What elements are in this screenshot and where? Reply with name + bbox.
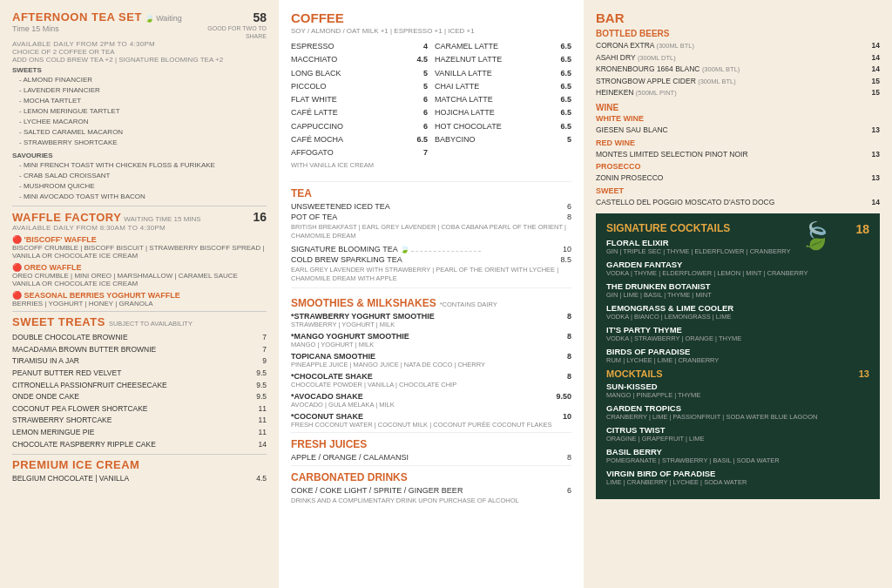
list-item: Zonin Prosecco13 xyxy=(596,172,880,185)
coffee-right-col: Caramel Latte6.5 Hazelnut Latte6.5 Vanil… xyxy=(435,40,571,174)
coffee-title: Coffee xyxy=(291,10,571,25)
list-item: Piccolo5 xyxy=(291,80,428,93)
garden-tropics: Garden Tropics Cranberry | Lime | Passio… xyxy=(606,403,869,421)
waffle-price: 16 xyxy=(253,210,267,224)
leaf-icon: 🍃 xyxy=(800,220,832,251)
list-item: Hojicha Latte6.5 xyxy=(435,106,571,119)
smoothies-section: Smoothies & Milkshakes *Contains Dairy *… xyxy=(291,292,571,429)
list-item: Lemon Meringue Tartlet xyxy=(19,106,267,117)
list-item: *Coconut Shake10 Fresh Coconut Water | C… xyxy=(291,412,571,429)
smoothies-subtitle: *Contains Dairy xyxy=(440,301,497,308)
coffee-subtitle: Soy / Almond / Oat Milk +1 | Espresso +1… xyxy=(291,27,571,35)
list-item: Chai Latte6.5 xyxy=(435,80,571,93)
cocktail-title: Signature Cocktails xyxy=(606,222,730,234)
left-panel: Afternoon Tea Set 🍃 Waiting Time 15 Mins… xyxy=(0,0,279,588)
sun-kissed: Sun-Kissed Mango | Pineapple | Thyme xyxy=(606,382,869,399)
savouries-list: Mini French Toast with Chicken Floss & F… xyxy=(12,160,267,202)
juices-title: Fresh Juices xyxy=(291,438,571,450)
wine-label: Wine xyxy=(596,103,880,112)
list-item: Macchiato4.5 xyxy=(291,53,428,66)
waffle-available: Available Daily From 8:30AM to 4:30PM xyxy=(12,224,267,232)
list-item: Babycino5 xyxy=(435,133,571,146)
list-item: Vanilla Latte6.5 xyxy=(435,67,571,80)
list-item: Crab Salad Croissant xyxy=(19,171,267,181)
list-item: Coconut Pea Flower Shortcake11 xyxy=(12,403,267,416)
list-item: Chocolate Raspberry Ripple Cake14 xyxy=(12,439,267,451)
list-item: Mocha Tartlet xyxy=(19,96,267,106)
list-item: *Avocado Shake9.50 Avocado | Gula Melaka… xyxy=(291,392,571,409)
list-item: Castello Del Poggio Moscato D'Asto DOCG1… xyxy=(596,197,880,209)
list-item: Citronella Passionfruit Cheesecake9.5 xyxy=(12,380,267,392)
sweets-label: Sweets xyxy=(12,66,267,74)
coffee-grid: Espresso4 Macchiato4.5 Long Black5 Picco… xyxy=(291,40,571,174)
drunken-botanist: The Drunken Botanist Gin | Lime | Basil … xyxy=(606,281,869,299)
berries-waffle: 🔴 Seasonal Berries Yoghurt Waffle Berrie… xyxy=(12,291,267,308)
prosecco-title: Prosecco xyxy=(596,162,880,171)
list-item: Tiramisu in a Jar9 xyxy=(12,355,267,368)
cocktail-price: 18 xyxy=(855,222,869,236)
list-item: Caramel Latte6.5 xyxy=(435,40,571,53)
list-item: Flat White6 xyxy=(291,93,428,106)
sweets-list: Almond Financier Lavender Financier Moch… xyxy=(12,75,267,148)
afternoon-tea-price: 58 xyxy=(253,10,267,24)
party-thyme: It's Party Thyme Vodka | Strawberry | Or… xyxy=(606,325,869,342)
list-item: Double Chocolate Brownie7 xyxy=(12,332,267,344)
list-item: *Mango Yoghurt Smoothie8 Mango | Yoghurt… xyxy=(291,332,571,348)
bar-title: Bar xyxy=(596,10,880,25)
premium-ice-section: Premium Ice Cream Belgium Chocolate | Va… xyxy=(12,458,267,485)
carbonated-section: Carbonated Drinks Coke / Coke Light / Sp… xyxy=(291,471,571,504)
cold-brew-desc: Earl Grey Lavender with Strawberry | Pea… xyxy=(291,266,571,284)
citrus-twist: Citrus Twist Oragine | Grapefruit | Lime xyxy=(606,425,869,443)
list-item: Long Black5 xyxy=(291,67,428,80)
list-item: Espresso4 xyxy=(291,40,428,53)
sig-blooming: Signature Blooming Tea 🍃 10 xyxy=(291,245,571,253)
list-item: Unsweetened Iced Tea6 xyxy=(291,202,571,211)
sweet-treats-title: Sweet Treats xyxy=(12,315,105,328)
sweet-wine-title: Sweet xyxy=(596,186,880,195)
list-item: Strawberry Shortcake xyxy=(19,138,267,148)
afternoon-tea-goodfor: Good For Two To Share xyxy=(198,24,267,40)
oreo-waffle: 🔴 Oreo Waffle Oreo Crumble | Mini Oreo |… xyxy=(12,263,267,287)
white-wine-title: White Wine xyxy=(596,114,880,123)
sweet-treats-subtitle: Subject to Availability xyxy=(109,320,193,328)
list-item: Onde Onde Cake9.5 xyxy=(12,391,267,403)
mocktail-price: 13 xyxy=(859,368,869,379)
tea-title: Tea xyxy=(291,187,571,199)
list-item: Café Mocha6.5 xyxy=(291,133,428,146)
list-item: Matcha Latte6.5 xyxy=(435,93,571,106)
biscoff-waffle: 🔴 'Biscoff' Waffle Biscoff Crumble | Bis… xyxy=(12,235,267,260)
list-item: Mini Avocado Toast with Bacon xyxy=(19,192,267,202)
waffle-waiting: Waiting Time 15 Mins xyxy=(124,215,200,223)
lemongrass-lime: Lemongrass & Lime Cooler Vodka | Bianco … xyxy=(606,303,869,321)
virgin-bird-of-paradise: Virgin Bird of Paradise Lime | Cranberry… xyxy=(606,469,869,486)
list-item: Almond Financier xyxy=(19,75,267,85)
list-item: Kronenbourg 1664 Blanc (300ML BTL)14 xyxy=(596,64,880,76)
mocktail-header: Mocktails 13 xyxy=(606,368,869,379)
afternoon-tea-choice: Choice of 2 Coffee or Tea Add Ons Cold B… xyxy=(12,48,267,64)
wine-section: Wine White Wine Giesen Sau Blanc13 Red W… xyxy=(596,103,880,208)
coffee-section: Coffee Soy / Almond / Oat Milk +1 | Espr… xyxy=(291,10,571,174)
list-item: Topicana Smoothie8 Pineapple Juice | Man… xyxy=(291,352,571,368)
basil-berry: Basil Berry Pomegranate | Strawberry | B… xyxy=(606,447,869,464)
waffle-title: Waffle Factory xyxy=(12,211,121,224)
list-item: Strongbow Apple Cider (300ML BTL)15 xyxy=(596,76,880,88)
list-item: Lemon Meringue Pie11 xyxy=(12,427,267,439)
afternoon-tea-available: Available Daily From 2PM to 4:30PM xyxy=(12,40,267,48)
afternoon-tea-title: Afternoon Tea Set xyxy=(12,10,142,24)
list-item: Lavender Financier xyxy=(19,85,267,96)
carbonated-title: Carbonated Drinks xyxy=(291,471,571,483)
list-item: Macadamia Brown Butter Brownie7 xyxy=(12,344,267,356)
list-item: Hazelnut Latte6.5 xyxy=(435,53,571,66)
premium-ice-title: Premium Ice Cream xyxy=(12,458,267,471)
affogato-note: With Vanilla Ice Cream xyxy=(291,161,428,169)
bottled-beers-section: Bottled Beers Corona Extra (300ML BTL)14… xyxy=(596,29,880,99)
middle-panel: Coffee Soy / Almond / Oat Milk +1 | Espr… xyxy=(279,0,584,588)
carb-note: Drinks and a Complimentary Drink upon pu… xyxy=(291,497,571,504)
list-item: Mini French Toast with Chicken Floss & F… xyxy=(19,160,267,171)
sweet-treats-section: Sweet Treats Subject to Availability Dou… xyxy=(12,315,267,450)
right-panel: Bar Bottled Beers Corona Extra (300ML BT… xyxy=(584,0,892,588)
pot-of-tea-desc: British Breakfast | Earl Grey Lavender |… xyxy=(291,223,571,241)
waffle-section: Waffle Factory Waiting Time 15 Mins 16 A… xyxy=(12,210,267,308)
list-item: Apple / Orange / Calamansi8 xyxy=(291,453,571,462)
list-item: Café Latte6 xyxy=(291,106,428,119)
